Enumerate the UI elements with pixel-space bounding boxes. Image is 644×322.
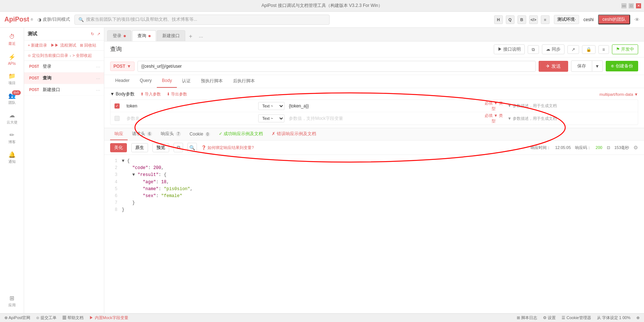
submit-link[interactable]: ⊙ 提交工单 [36,315,57,321]
share-btn[interactable]: ↗ [97,32,100,36]
list-btn[interactable]: ≡ [598,45,609,54]
create-backup-button[interactable]: ⊕ 创建备份 [606,61,638,71]
tab-login[interactable]: 登录 [107,30,131,41]
res-tab-cookie[interactable]: Cookie 0 [185,129,214,140]
env-select[interactable]: 测试环境· [554,15,579,24]
code-line-7: 7 } [110,200,638,207]
save-button[interactable]: 保存 [571,60,592,72]
search-response-btn[interactable]: 🔍 [187,143,197,152]
sidebar-item-team[interactable]: 👥 团队 协作 [2,90,22,108]
type-select[interactable]: Text ~ Text - [258,114,284,122]
param-checkbox[interactable] [115,116,120,121]
code-button[interactable]: </> [529,15,538,24]
api-item-new[interactable]: POST 新建接口 ··· [24,84,104,96]
bookmark-btn[interactable]: ⊞ 回收站 [80,43,96,48]
theme-toggle[interactable]: ◑ 皮肤/日间模式 [38,16,70,23]
tab-pre-script[interactable]: 预执行脚本 [196,75,228,88]
res-gear-icon[interactable]: ⚙ [633,145,638,150]
search-bar[interactable]: 🔍 搜索当前团队下的项目/接口/以及帮助文档、技术博客等... [74,15,330,25]
method-select[interactable]: POST ▼ [110,62,135,71]
line-num: 7 [110,200,117,207]
tab-post-script[interactable]: 后执行脚本 [228,75,260,88]
sidebar-item-project[interactable]: 📁 项目 [2,70,22,88]
res-tab-success[interactable]: ✓ 成功响应示例及文档 [214,128,267,140]
cookie-link[interactable]: ☰ Cookie管理器 [562,315,591,321]
log-link[interactable]: ⊞ 脚本日志 [517,315,537,321]
format-preview-btn[interactable]: 预览 [152,143,169,152]
team-button[interactable]: ceshi的团队 [598,15,630,24]
doc-btn[interactable]: ▶ 接口说明 [494,44,525,54]
help-link[interactable]: ☰ 帮助文档 [62,315,84,321]
refresh-btn[interactable]: ↻ [91,32,94,36]
chars-link[interactable]: 从 字体设定 1 00% [597,315,631,321]
res-tab-resheader[interactable]: 响应头 7 [156,128,185,140]
param-desc: ▼ 参数描述，用于生成文档 [505,116,638,121]
type-select[interactable]: Text ~ Text - [258,102,284,110]
flow-test-btn[interactable]: ▶▶ 流程测试 [51,43,76,48]
search-button[interactable]: Q [506,15,515,24]
res-tab-label: ✓ 成功响应示例及文档 [219,131,263,136]
tab-new[interactable]: 新建接口 [157,30,185,41]
method-label: POST [113,64,125,69]
api-item-query[interactable]: POST 查询 ··· [24,72,104,84]
res-tab-response[interactable]: 响应 [110,128,128,140]
multipart-select[interactable]: multipart/form-data ▼ [600,92,638,97]
api-more-icon[interactable]: ··· [96,64,100,70]
tab-add-button[interactable]: + [186,32,195,41]
save-dropdown-button[interactable]: ▼ [592,60,603,72]
tab-dot [148,35,151,37]
maximize-button[interactable]: □ [629,3,634,8]
sidebar-item-recent[interactable]: ⏱ 最近 [2,31,22,49]
new-dir-btn[interactable]: + 新建目录 [28,43,47,48]
settings-link[interactable]: ⚙ 设置 [543,315,556,321]
import-btn[interactable]: ⬆ 导入参数 [140,91,161,97]
sidebar-item-apps[interactable]: ⊞ 应用 [2,292,22,310]
eye-icon[interactable]: 👁 [635,17,640,23]
official-link[interactable]: ⊕ ApiPost官网 [4,315,30,321]
param-desc: ▼ 参数描述，用于生成文档 [505,103,638,109]
dev-btn[interactable]: ⚑ 开发中 [612,44,638,54]
export-btn[interactable]: ⬇ 导出参数 [167,91,187,97]
api-name: 新建接口 [43,87,94,93]
tab-query[interactable]: 查询 [132,30,156,41]
sidebar-item-apis[interactable]: ⚡ APIs [2,50,22,68]
api-more-icon[interactable]: ··· [96,75,100,81]
api-item-login[interactable]: POST 登录 ··· [24,61,104,72]
sidebar-item-notify[interactable]: 🔔 通知 [2,149,22,167]
forward-btn[interactable]: ↗ [567,45,579,54]
url-input[interactable] [137,61,536,72]
lock-btn[interactable]: 🔒 [582,45,595,54]
tab-label: Header [115,78,129,83]
copy-response-btn[interactable]: ⧉ [174,143,183,152]
sidebar-item-blog[interactable]: ✏ 博客 [2,129,22,147]
api-more-icon[interactable]: ··· [96,87,100,93]
res-tab-error[interactable]: ✗ 错误响应示例及文档 [267,128,320,140]
nav-links[interactable]: ⊙ 定位到当前接口目录 › > 全部收起 [24,51,104,61]
logo-text: ApiPost [4,16,29,23]
how-to-bind[interactable]: ❓ 如何绑定响应结果到变量? [201,145,254,150]
update-icon[interactable]: ⊕ [636,315,640,320]
sync-btn[interactable]: ☁ 同步 [542,44,564,54]
bold-button[interactable]: B [517,15,526,24]
tab-header[interactable]: Header [110,75,135,88]
mock-link[interactable]: ▶ 内置Mock字段变量 [89,315,128,321]
param-checkbox[interactable]: ✓ [115,103,120,109]
sidebar-item-yunda[interactable]: ☁ 云大使 [2,109,22,127]
tab-auth[interactable]: 认证 [177,75,196,88]
format-beautify-btn[interactable]: 美化 [110,143,127,152]
code-content: ▼ "result": { [122,172,166,178]
res-tab-reqheader[interactable]: 请求头 6 [128,128,156,140]
method-badge: POST [28,64,40,69]
close-button[interactable]: ✕ [636,3,641,8]
tab-body[interactable]: Body [157,75,177,88]
format-raw-btn[interactable]: 原生 [131,143,148,152]
send-button[interactable]: ✈ 发送 [539,61,568,72]
minimize-button[interactable]: — [621,3,626,8]
res-toolbar: 美化 原生 预览 ⧉ 🔍 ❓ 如何绑定响应结果到变量? 响应时间： 12:05:… [104,141,644,155]
h-button[interactable]: H [494,15,503,24]
list-button[interactable]: ≡ [541,15,550,24]
copy-btn[interactable]: ⧉ [528,45,539,54]
tab-more-button[interactable]: ··· [196,32,206,41]
param-desc-value: 参数描述，用于生成文档 [513,116,557,121]
tab-query[interactable]: Query [135,75,157,88]
